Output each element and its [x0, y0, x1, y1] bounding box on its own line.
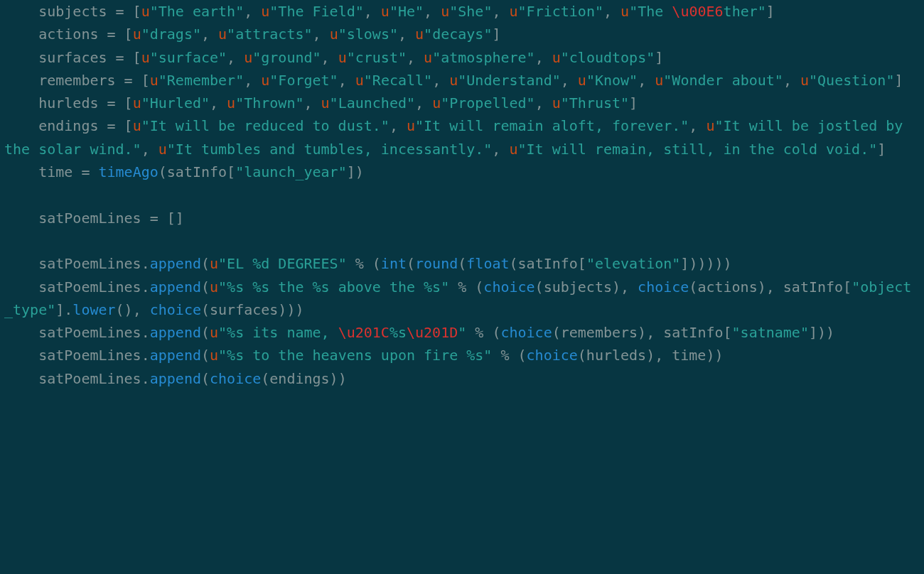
- code-token: ther": [724, 3, 766, 20]
- code-token: % (: [347, 255, 381, 272]
- code-token: "Hurled": [141, 94, 210, 112]
- code-token: ,: [407, 49, 424, 66]
- code-token: (: [201, 324, 210, 341]
- code-token: (: [407, 255, 415, 272]
- indent: [4, 324, 38, 341]
- code-token: u: [141, 49, 150, 66]
- code-token: u: [133, 94, 141, 112]
- code-token: "surface": [150, 49, 227, 66]
- code-token: choice: [150, 301, 201, 318]
- code-token: ,: [244, 3, 261, 20]
- code-token: (hurleds), time)): [578, 347, 724, 364]
- code-token: time =: [38, 163, 98, 180]
- code-token: satPoemLines = []: [38, 210, 184, 227]
- code-token: u: [381, 3, 390, 20]
- code-token: "Wonder about": [663, 72, 783, 89]
- code-token: "The earth": [150, 3, 244, 20]
- code-token: "atmosphere": [432, 49, 535, 66]
- code-token: ]): [347, 163, 364, 180]
- code-token: "drags": [141, 26, 201, 43]
- code-token: ,: [638, 72, 655, 89]
- code-token: "Question": [809, 72, 894, 89]
- code-token: ,: [432, 72, 449, 89]
- code-token: u: [261, 3, 269, 20]
- code-token: "It will remain aloft, forever.": [415, 117, 689, 134]
- indent: [4, 163, 38, 180]
- code-token: satPoemLines.: [38, 278, 150, 296]
- code-token: ,: [244, 72, 261, 89]
- code-token: ,: [303, 94, 321, 112]
- indent: [4, 26, 38, 43]
- code-token: ,: [492, 3, 509, 20]
- code-token: append: [150, 255, 201, 272]
- code-token: u: [407, 117, 415, 134]
- code-token: satPoemLines.: [38, 324, 150, 341]
- code-token: u: [415, 26, 424, 43]
- code-token: "cloudtops": [561, 49, 655, 66]
- code-token: choice: [210, 370, 261, 387]
- code-token: ,: [398, 26, 415, 43]
- code-token: % (: [492, 347, 526, 364]
- code-token: ,: [201, 26, 218, 43]
- code-token: ,: [561, 72, 578, 89]
- code-token: ]: [629, 94, 638, 112]
- code-token: "Propelled": [441, 94, 534, 112]
- code-token: actions = [: [38, 26, 132, 43]
- code-token: (: [201, 370, 210, 387]
- code-token: u: [355, 72, 364, 89]
- code-token: (: [201, 255, 210, 272]
- code-token: u: [338, 49, 347, 66]
- code-token: ,: [424, 3, 441, 20]
- indent: [4, 255, 38, 272]
- code-token: lower: [72, 301, 115, 318]
- code-token: ,: [535, 94, 552, 112]
- code-token: % (: [466, 324, 500, 341]
- code-token: "decays": [424, 26, 492, 43]
- code-token: u: [578, 72, 586, 89]
- code-token: float: [466, 255, 509, 272]
- code-token: "satname": [732, 324, 809, 341]
- code-token: (endings)): [261, 370, 346, 387]
- code-token: u: [655, 72, 663, 89]
- code-token: "ground": [252, 49, 321, 66]
- indent: [4, 370, 38, 387]
- code-token: ,: [390, 117, 407, 134]
- indent: [4, 94, 38, 112]
- code-token: ].: [55, 301, 72, 318]
- code-token: subjects = [: [38, 3, 141, 20]
- code-token: append: [150, 347, 201, 364]
- code-token: u: [218, 26, 227, 43]
- code-token: "EL %d DEGREES": [218, 255, 347, 272]
- code-token: "crust": [347, 49, 407, 66]
- code-token: \u201D: [407, 324, 458, 341]
- code-token: (: [201, 347, 210, 364]
- code-token: append: [150, 324, 201, 341]
- code-token: u: [621, 3, 629, 20]
- code-token: u: [210, 255, 218, 272]
- code-token: u: [552, 49, 561, 66]
- code-token: "The: [629, 3, 672, 20]
- code-token: \u00E6: [672, 3, 723, 20]
- code-token: u: [133, 117, 141, 134]
- code-token: "The Field": [269, 3, 363, 20]
- code-token: \u201C: [338, 324, 390, 341]
- code-token: u: [510, 3, 518, 20]
- code-editor-content[interactable]: subjects = [u"The earth", u"The Field", …: [0, 0, 924, 394]
- code-token: u: [210, 278, 218, 296]
- code-token: remembers = [: [38, 72, 150, 89]
- code-token: "Friction": [518, 3, 603, 20]
- code-token: u: [141, 3, 150, 20]
- code-token: ,: [415, 94, 432, 112]
- code-token: (satInfo[: [159, 163, 235, 180]
- code-token: u: [133, 26, 141, 43]
- code-token: (actions), satInfo[: [689, 278, 852, 296]
- code-token: ,: [535, 49, 552, 66]
- code-token: ]: [655, 49, 663, 66]
- code-token: "Know": [586, 72, 638, 89]
- code-token: "%s its name,: [218, 324, 338, 341]
- code-token: "launch_year": [235, 163, 347, 180]
- code-token: u: [150, 72, 159, 89]
- code-token: u: [159, 141, 167, 158]
- code-token: u: [210, 347, 218, 364]
- indent: [4, 72, 38, 89]
